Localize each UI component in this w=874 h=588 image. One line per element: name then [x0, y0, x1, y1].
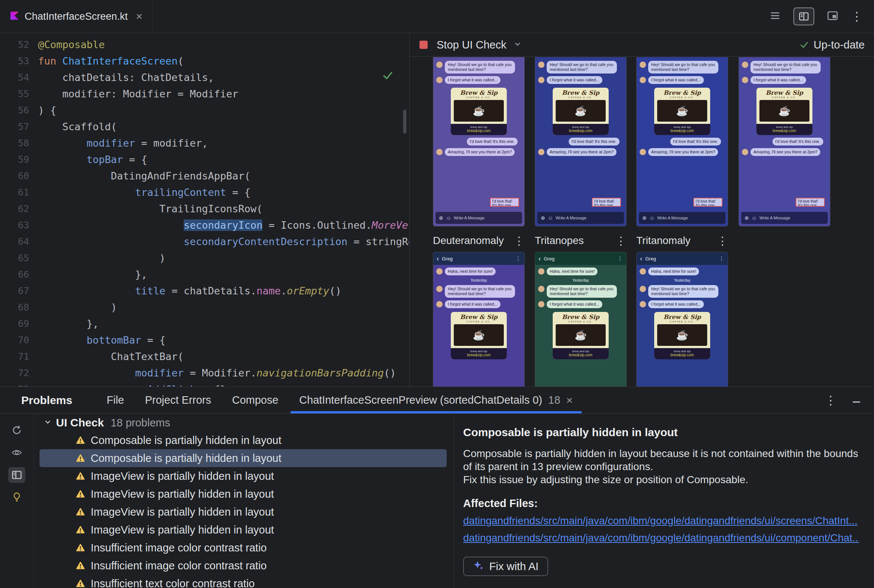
preview-phone-row1-1[interactable]: Hey! Should we go to that cafe you menti… [433, 57, 525, 226]
more-options-icon[interactable]: ⋮ [851, 10, 863, 22]
preview-canvas[interactable]: Hey! Should we go to that cafe you menti… [410, 57, 874, 387]
preview-phone-row1-4[interactable]: Hey! Should we go to that cafe you menti… [739, 57, 830, 226]
tab-chatinterfacescreenpreview[interactable]: ChatInterfaceScreenPreview (sortedChatDe… [289, 387, 583, 413]
preview-more-options-icon[interactable]: ⋮ [514, 234, 525, 248]
code-line[interactable]: 54 chatDetails: ChatDetails, [0, 69, 409, 86]
problem-text: ImageView is partially hidden in layout [91, 524, 274, 536]
problem-text: Composable is partially hidden in layout [91, 434, 281, 447]
code-line[interactable]: 60 DatingAndFriendsAppBar( [0, 168, 409, 184]
emoji-icon: ☺ [752, 215, 757, 220]
affected-file-link[interactable]: datingandfriends/src/main/java/com/ibm/g… [463, 532, 859, 544]
code-line[interactable]: 64 secondaryContentDescription = stringR… [0, 233, 409, 250]
code-line[interactable]: 70 bottomBar = { [0, 332, 409, 348]
code-line[interactable]: 55 modifier: Modifier = Modifier [0, 86, 409, 102]
code-line[interactable]: 68 ) [0, 299, 409, 315]
preview-more-options-icon[interactable]: ⋮ [616, 234, 626, 248]
problem-row[interactable]: Composable is partially hidden in layout [39, 431, 447, 449]
preview-phone-row1-2[interactable]: Hey! Should we go to that cafe you menti… [535, 57, 626, 226]
code-text: secondaryContentDescription = stringReso… [38, 236, 409, 248]
panel-more-options-icon[interactable]: ⋮ [825, 394, 837, 406]
compose-preview-panel: Stop UI Check Up-to-date Hey! Should we … [409, 33, 874, 387]
preview-phone-tritanomaly[interactable]: ‹Greg⋮Haha, next time for sure!Yesterday… [636, 252, 728, 387]
code-text: fun ChatInterfaceScreen( [38, 55, 183, 67]
structure-view-icon[interactable] [769, 10, 781, 23]
problem-row[interactable]: Insufficient image color contrast ratio [39, 539, 447, 556]
problem-row[interactable]: ImageView is partially hidden in layout [39, 521, 447, 539]
problem-rows: Composable is partially hidden in layout… [34, 431, 454, 588]
avatar [538, 77, 545, 83]
contact-name: Greg [544, 256, 554, 261]
code-line[interactable]: 53fun ChatInterfaceScreen( [0, 52, 409, 69]
chat-message-row: I forgot what it was called... [742, 76, 827, 84]
rerun-inspection-icon[interactable] [8, 422, 26, 438]
affected-file-link[interactable]: datingandfriends/src/main/java/com/ibm/g… [463, 515, 859, 527]
preview-problem-eye-icon[interactable] [8, 445, 26, 460]
code-line[interactable]: 63 secondaryIcon = Icons.Outlined.MoreVe… [0, 217, 409, 233]
tab-compose[interactable]: Compose [222, 387, 289, 413]
avatar [742, 149, 748, 155]
code-line[interactable]: 56) { [0, 102, 409, 118]
card-footer: brew and sipbrew&sip.com [451, 124, 507, 135]
code-line[interactable]: 67 title = chatDetails.name.orEmpty() [0, 282, 409, 299]
code-text: modifier = Modifier.navigationBarsPaddin… [38, 367, 396, 379]
chat-bubble: Hey! Should we go to that cafe you menti… [648, 285, 718, 298]
ui-check-highlight-box: I'd love that! It's this one. [490, 198, 519, 207]
code-line[interactable]: 73 onAddClick = {}, [0, 381, 409, 387]
coffee-photo: ☕ [454, 100, 504, 122]
ui-check-highlight-box: I'd love that! It's this one. [796, 198, 825, 207]
card-brand: Brew & Sip [654, 314, 710, 321]
lightbulb-icon[interactable] [8, 489, 26, 505]
tab-project-errors[interactable]: Project Errors [134, 387, 221, 413]
avatar [538, 268, 545, 274]
code-line[interactable]: 69 }, [0, 315, 409, 332]
line-number: 68 [0, 302, 38, 313]
split-editor-toggle-icon[interactable] [793, 8, 814, 26]
problems-group-header[interactable]: UI Check 18 problems [34, 414, 454, 431]
problem-row[interactable]: ImageView is partially hidden in layout [39, 503, 447, 521]
problems-panel-title[interactable]: Problems [21, 394, 72, 406]
code-editor[interactable]: 52@Composable53fun ChatInterfaceScreen(5… [0, 33, 409, 387]
inspection-ok-icon[interactable] [381, 70, 394, 82]
code-line[interactable]: 59 topBar = { [0, 151, 409, 168]
preview-phone-tritanopes[interactable]: ‹Greg⋮Haha, next time for sure!Yesterday… [535, 252, 626, 387]
problem-row[interactable]: Insufficient image color contrast ratio [39, 556, 447, 574]
preview-phone-row1-3[interactable]: Hey! Should we go to that cafe you menti… [636, 57, 728, 226]
code-line[interactable]: 66 }, [0, 266, 409, 282]
line-number: 57 [0, 121, 38, 132]
editor-scrollbar[interactable] [403, 110, 406, 134]
code-line[interactable]: 61 trailingContent = { [0, 184, 409, 200]
chevron-down-icon[interactable] [43, 417, 52, 428]
stop-ui-check-button[interactable]: Stop UI Check [437, 39, 506, 51]
code-line[interactable]: 58 modifier = modifier, [0, 135, 409, 151]
chat-bubble: I forgot what it was called... [751, 76, 806, 84]
editor-tab-active[interactable]: ChatInterfaceScreen.kt × [0, 0, 153, 33]
message-input-placeholder: Write A Message [454, 216, 484, 220]
code-line[interactable]: 65 ) [0, 250, 409, 266]
problem-row[interactable]: Composable is partially hidden in layout [39, 449, 447, 467]
problem-row[interactable]: ImageView is partially hidden in layout [39, 485, 447, 503]
show-details-panel-icon[interactable] [8, 467, 26, 483]
code-text: modifier: Modifier = Modifier [38, 88, 238, 100]
line-number: 70 [0, 334, 38, 345]
code-line[interactable]: 57 Scaffold( [0, 118, 409, 135]
problem-row[interactable]: Insufficient text color contrast ratio [39, 574, 447, 588]
avatar [640, 301, 646, 308]
preview-mode-icon[interactable] [827, 10, 838, 23]
close-tab-icon[interactable]: × [566, 394, 573, 406]
date-separator: Yesterday [433, 278, 524, 282]
card-link: brew&sip.com [451, 353, 507, 357]
preview-phone-deuteranomaly[interactable]: ‹Greg⋮Haha, next time for sure!Yesterday… [433, 252, 525, 387]
preview-more-options-icon[interactable]: ⋮ [717, 234, 728, 248]
preview-name: Tritanopes [535, 235, 584, 247]
code-line[interactable]: 52@Composable [0, 36, 409, 52]
chevron-down-icon[interactable] [513, 39, 522, 50]
close-tab-icon[interactable]: × [136, 10, 143, 23]
code-line[interactable]: 72 modifier = Modifier.navigationBarsPad… [0, 364, 409, 381]
code-line[interactable]: 62 TrailingIconsRow( [0, 200, 409, 217]
fix-with-ai-button[interactable]: Fix with AI [463, 556, 548, 576]
tab-file[interactable]: File [96, 387, 135, 413]
minimize-panel-icon[interactable] [851, 395, 861, 406]
code-line[interactable]: 71 ChatTextBar( [0, 348, 409, 364]
problem-row[interactable]: ImageView is partially hidden in layout [39, 467, 447, 485]
chat-bubble: Amazing, I'll see you there at 2pm? [751, 148, 820, 156]
